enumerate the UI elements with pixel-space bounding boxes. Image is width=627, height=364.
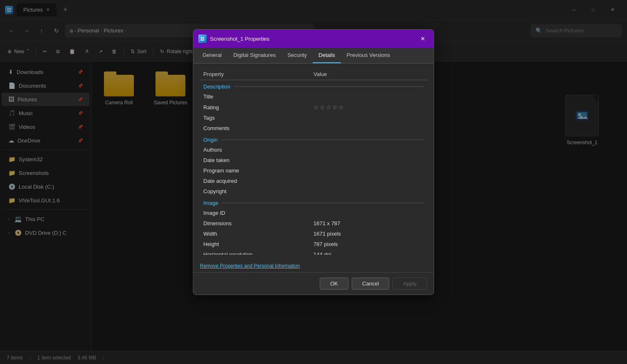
section-image-line	[222, 203, 424, 203]
dialog-tabs: General Digital Signatures Security Deta…	[193, 48, 434, 64]
props-header-property: Property	[203, 71, 314, 77]
props-name-h-resolution: Horizontal resolution	[203, 251, 314, 255]
props-name-authors: Authors	[203, 147, 314, 153]
props-name-tags: Tags	[203, 115, 314, 121]
dialog-title: Screenshot_1 Properties	[210, 36, 414, 42]
props-row-tags[interactable]: Tags	[200, 113, 427, 123]
props-row-rating[interactable]: Rating ☆☆☆☆☆	[200, 102, 427, 113]
tab-digital-signatures-label: Digital Signatures	[233, 52, 276, 58]
props-row-h-resolution[interactable]: Horizontal resolution 144 dpi	[200, 249, 427, 255]
props-row-date-taken[interactable]: Date taken	[200, 155, 427, 165]
tab-general[interactable]: General	[197, 48, 227, 63]
props-name-dimensions: Dimensions	[203, 220, 314, 226]
props-row-image-id[interactable]: Image ID	[200, 208, 427, 218]
props-val-dimensions: 1671 x 787	[314, 220, 424, 226]
props-val-rating: ☆☆☆☆☆	[314, 104, 424, 111]
props-row-date-acquired[interactable]: Date acquired	[200, 176, 427, 186]
props-row-width[interactable]: Width 1671 pixels	[200, 229, 427, 239]
props-val-width: 1671 pixels	[314, 231, 424, 237]
properties-dialog: 🖼 Screenshot_1 Properties ✕ General Digi…	[193, 29, 434, 295]
props-row-height[interactable]: Height 787 pixels	[200, 239, 427, 249]
section-image-label: Image	[203, 200, 218, 206]
tab-security-label: Security	[287, 52, 307, 58]
section-origin-line	[221, 140, 424, 140]
props-name-image-id: Image ID	[203, 210, 314, 216]
dialog-overlay: 🖼 Screenshot_1 Properties ✕ General Digi…	[0, 0, 627, 364]
dialog-titlebar: 🖼 Screenshot_1 Properties ✕	[193, 30, 434, 48]
remove-properties-link[interactable]: Remove Properties and Personal Informati…	[193, 260, 434, 272]
tab-details-label: Details	[318, 52, 335, 58]
dialog-footer: OK Cancel Apply	[193, 272, 434, 295]
props-name-title: Title	[203, 93, 314, 100]
props-val-h-resolution: 144 dpi	[314, 251, 424, 255]
props-row-comments[interactable]: Comments	[200, 123, 427, 133]
tab-security[interactable]: Security	[281, 48, 313, 63]
section-description-line	[234, 86, 424, 87]
props-row-program-name[interactable]: Program name	[200, 165, 427, 176]
props-val-height: 787 pixels	[314, 241, 424, 247]
cancel-button[interactable]: Cancel	[352, 278, 389, 290]
dialog-body: Property Value Description Title Rating …	[193, 64, 434, 260]
ok-button[interactable]: OK	[320, 278, 348, 290]
tab-digital-signatures[interactable]: Digital Signatures	[227, 48, 281, 63]
props-row-copyright[interactable]: Copyright	[200, 186, 427, 197]
props-name-width: Width	[203, 231, 314, 237]
props-scroll-area[interactable]: Description Title Rating ☆☆☆☆☆ Tags Comm…	[200, 80, 427, 255]
props-name-comments: Comments	[203, 125, 314, 131]
section-image: Image	[200, 197, 427, 208]
tab-general-label: General	[202, 52, 222, 58]
props-row-title[interactable]: Title	[200, 91, 427, 102]
tab-previous-versions[interactable]: Previous Versions	[341, 48, 396, 63]
section-description: Description	[200, 80, 427, 91]
section-description-label: Description	[203, 84, 230, 90]
props-row-dimensions[interactable]: Dimensions 1671 x 787	[200, 218, 427, 229]
props-name-rating: Rating	[203, 104, 314, 111]
dialog-title-icon: 🖼	[198, 34, 207, 43]
dialog-close-button[interactable]: ✕	[417, 33, 429, 44]
section-origin-label: Origin	[203, 137, 218, 143]
props-name-height: Height	[203, 241, 314, 247]
tab-details[interactable]: Details	[313, 48, 341, 63]
props-name-date-acquired: Date acquired	[203, 178, 314, 184]
apply-button[interactable]: Apply	[392, 278, 427, 290]
props-name-copyright: Copyright	[203, 188, 314, 194]
props-table-header: Property Value	[200, 69, 427, 80]
props-name-program-name: Program name	[203, 167, 314, 174]
tab-previous-versions-label: Previous Versions	[347, 52, 390, 58]
props-header-value: Value	[314, 71, 424, 77]
props-name-date-taken: Date taken	[203, 157, 314, 163]
section-origin: Origin	[200, 133, 427, 145]
props-row-authors[interactable]: Authors	[200, 145, 427, 155]
